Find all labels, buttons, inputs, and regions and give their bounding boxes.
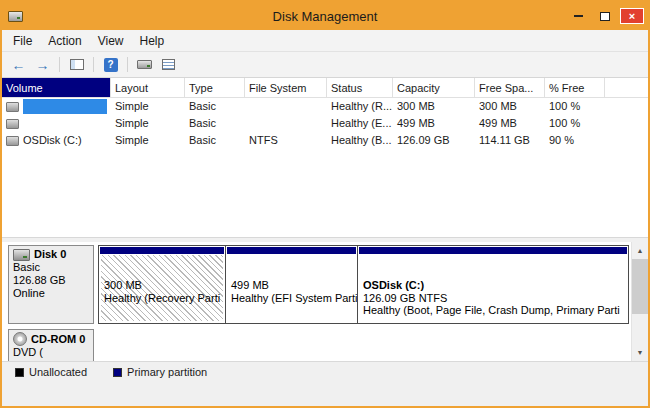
partition-efi[interactable]: 499 MB Healthy (EFI System Partit	[225, 245, 358, 324]
type-cell: Basic	[185, 115, 245, 132]
type-cell: Basic	[185, 98, 245, 115]
table-row-osdisk-volume[interactable]: OSDisk (C:) Simple Basic NTFS Healthy (B…	[2, 132, 648, 149]
close-button[interactable]: ×	[620, 8, 644, 24]
maximize-button[interactable]	[593, 8, 617, 24]
column-header-type[interactable]: Type	[185, 78, 245, 97]
capacity-cell: 499 MB	[393, 115, 475, 132]
view-details-button[interactable]	[158, 55, 179, 75]
disk-type: Basic	[13, 261, 89, 274]
back-arrow-icon: ←	[12, 58, 26, 72]
toolbar-separator	[93, 57, 94, 72]
free-space-cell: 300 MB	[475, 98, 545, 115]
cdrom-0-label[interactable]: CD-ROM 0 DVD (	[8, 329, 94, 361]
table-row-recovery-volume[interactable]: Simple Basic Healthy (R... 300 MB 300 MB…	[2, 98, 648, 115]
show-console-tree-button[interactable]	[66, 55, 87, 75]
column-header-pct-free[interactable]: % Free	[545, 78, 605, 97]
status-cell: Healthy (B...	[327, 132, 393, 149]
help-icon: ?	[104, 58, 118, 72]
column-header-volume[interactable]: Volume	[2, 78, 111, 97]
title-bar: Disk Management ×	[2, 2, 648, 30]
menu-help[interactable]: Help	[132, 31, 173, 51]
menu-bar: File Action View Help	[2, 30, 648, 52]
disk-0-partitions: 300 MB Healthy (Recovery Parti 499 MB He…	[98, 245, 629, 324]
disk-icon	[137, 60, 152, 69]
column-header-filler	[605, 78, 648, 97]
forward-button[interactable]: →	[32, 55, 53, 75]
volume-cell	[2, 98, 111, 115]
disk-0-label[interactable]: Disk 0 Basic 126.88 GB Online	[8, 245, 94, 324]
legend-label: Primary partition	[127, 366, 207, 378]
hard-disk-icon	[13, 249, 30, 261]
chevron-up-icon: ▲	[637, 247, 644, 254]
selection-highlight	[23, 99, 107, 114]
console-tree-icon	[70, 59, 84, 70]
status-cell: Healthy (R...	[327, 98, 393, 115]
volume-list: Volume Layout Type File System Status Ca…	[2, 78, 648, 237]
scroll-down-button[interactable]: ▼	[632, 344, 648, 361]
partition-size: 300 MB	[104, 279, 220, 292]
minimize-button[interactable]	[566, 8, 590, 24]
capacity-cell: 300 MB	[393, 98, 475, 115]
cdrom-name: CD-ROM 0	[31, 333, 85, 346]
table-row-efi-volume[interactable]: Simple Basic Healthy (E... 499 MB 499 MB…	[2, 115, 648, 132]
close-icon: ×	[629, 11, 635, 22]
forward-arrow-icon: →	[36, 58, 50, 72]
volume-icon	[6, 102, 19, 112]
partition-status: Healthy (Recovery Parti	[104, 292, 220, 305]
disk-size: 126.88 GB	[13, 274, 89, 287]
pct-free-cell: 100 %	[545, 98, 605, 115]
layout-cell: Simple	[111, 132, 185, 149]
help-button[interactable]: ?	[100, 55, 121, 75]
volume-name: OSDisk (C:)	[23, 132, 82, 149]
volume-cell: OSDisk (C:)	[2, 132, 111, 149]
column-header-capacity[interactable]: Capacity	[393, 78, 475, 97]
graphical-view: Disk 0 Basic 126.88 GB Online 300 MB Hea…	[2, 242, 648, 361]
layout-cell: Simple	[111, 115, 185, 132]
partition-osdisk-c[interactable]: OSDisk (C:) 126.09 GB NTFS Healthy (Boot…	[357, 245, 629, 324]
disk-management-app-icon[interactable]	[8, 11, 23, 22]
partition-status: Healthy (EFI System Partit	[231, 292, 352, 305]
partition-color-strip	[100, 247, 224, 254]
volume-list-header: Volume Layout Type File System Status Ca…	[2, 78, 648, 98]
partition-size: 499 MB	[231, 279, 352, 292]
column-header-free-space[interactable]: Free Spa...	[475, 78, 545, 97]
pct-free-cell: 90 %	[545, 132, 605, 149]
caption-buttons: ×	[566, 8, 644, 24]
partition-recovery[interactable]: 300 MB Healthy (Recovery Parti	[98, 245, 226, 324]
scrollbar-thumb[interactable]	[632, 259, 648, 314]
status-strip	[2, 382, 648, 406]
menu-file[interactable]: File	[5, 31, 40, 51]
partition-size: 126.09 GB NTFS	[363, 292, 623, 305]
scroll-up-button[interactable]: ▲	[632, 242, 648, 259]
disk-name: Disk 0	[34, 248, 66, 261]
minimize-icon	[574, 15, 583, 17]
volume-icon	[6, 119, 19, 129]
toolbar-separator	[127, 57, 128, 72]
free-space-cell: 499 MB	[475, 115, 545, 132]
disk-properties-button[interactable]	[134, 55, 155, 75]
legend-label: Unallocated	[29, 366, 87, 378]
toolbar-separator	[59, 57, 60, 72]
layout-cell: Simple	[111, 98, 185, 115]
vertical-scrollbar[interactable]: ▲ ▼	[631, 242, 648, 361]
column-header-file-system[interactable]: File System	[245, 78, 327, 97]
file-system-cell	[245, 115, 327, 132]
volume-cell	[2, 115, 111, 132]
column-header-layout[interactable]: Layout	[111, 78, 185, 97]
menu-view[interactable]: View	[90, 31, 132, 51]
graphical-view-content: Disk 0 Basic 126.88 GB Online 300 MB Hea…	[2, 242, 631, 361]
status-cell: Healthy (E...	[327, 115, 393, 132]
partition-name: OSDisk (C:)	[363, 279, 623, 292]
menu-action[interactable]: Action	[40, 31, 89, 51]
chevron-down-icon: ▼	[637, 349, 644, 356]
partition-status: Healthy (Boot, Page File, Crash Dump, Pr…	[363, 304, 623, 317]
back-button[interactable]: ←	[8, 55, 29, 75]
column-header-status[interactable]: Status	[327, 78, 393, 97]
capacity-cell: 126.09 GB	[393, 132, 475, 149]
disk-status: Online	[13, 287, 89, 300]
legend-item-primary-partition: Primary partition	[113, 366, 207, 378]
volume-icon	[6, 136, 19, 146]
legend-item-unallocated: Unallocated	[15, 366, 87, 378]
details-icon	[162, 59, 175, 70]
partition-color-strip	[227, 247, 356, 254]
